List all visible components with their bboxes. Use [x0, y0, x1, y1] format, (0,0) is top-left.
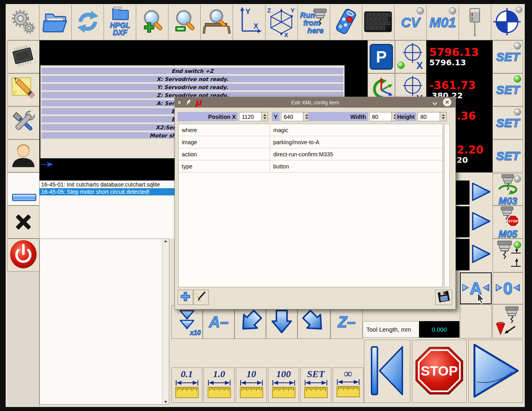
close-button[interactable]	[443, 98, 451, 106]
zoom-out-button[interactable]	[168, 5, 201, 40]
jog-z-minus-button[interactable]: Z–	[330, 305, 363, 339]
tool-length-measure-button[interactable]	[493, 239, 523, 272]
save-button[interactable]	[435, 290, 452, 305]
svg-text:STOP: STOP	[421, 363, 458, 378]
start-button[interactable]	[468, 340, 523, 403]
view-xy-button[interactable]: Y X	[233, 5, 265, 40]
sidebar-item-user[interactable]	[7, 139, 39, 172]
dxf-label: DXF	[113, 29, 127, 36]
zoom-out-icon	[171, 8, 198, 37]
table-row[interactable]: image parking/move-to-A	[179, 136, 443, 148]
position-x-input[interactable]	[239, 112, 262, 121]
cv-led	[417, 7, 424, 15]
position-y-label: Y	[272, 112, 280, 121]
axis-a-select-button[interactable]: A	[460, 272, 492, 304]
jog-a-minus-button[interactable]: A–	[203, 305, 235, 339]
play-icon	[471, 182, 492, 203]
sidebar-item-progress[interactable]	[7, 172, 39, 206]
property-key: image	[179, 136, 270, 148]
sidebar-item-hardware[interactable]	[7, 40, 39, 73]
jog-down-button[interactable]	[266, 305, 297, 339]
dro-a-machine: 2.20	[457, 143, 484, 156]
set-a-label: SET	[496, 149, 520, 163]
jog-down-left-button[interactable]	[235, 305, 266, 339]
scroll-up-arrow[interactable]	[164, 240, 167, 242]
open-folder-icon	[42, 9, 70, 36]
set-a-button[interactable]: SET	[493, 139, 523, 172]
sidebar-item-tools-settings[interactable]	[7, 106, 39, 139]
height-spinner[interactable]	[440, 112, 447, 121]
dialog-titlebar[interactable]: « μ Edit XML config item	[175, 97, 455, 108]
spindle-run-button-3[interactable]	[470, 239, 493, 270]
gcode-list-panel[interactable]	[39, 239, 169, 405]
parking-button[interactable]: P	[368, 40, 395, 73]
ruler-icon	[239, 379, 264, 401]
position-x-label: Position X	[177, 112, 238, 121]
table-row[interactable]: where magic	[179, 124, 443, 136]
jog-down-right-button[interactable]	[297, 305, 330, 339]
step-set-button[interactable]: SET	[300, 367, 331, 403]
run-from-here-button[interactable]: Run from here	[298, 5, 330, 40]
step-1.0-button[interactable]: 1.0	[204, 367, 235, 403]
tool-change-position-button[interactable]	[493, 304, 523, 338]
dro-a-program: 20	[457, 155, 468, 165]
m01-button[interactable]: M01	[427, 5, 459, 40]
probe-button[interactable]	[459, 5, 491, 40]
settings-button[interactable]	[7, 5, 39, 40]
scroll-down-arrow[interactable]	[164, 401, 167, 403]
keyboard-button[interactable]	[362, 5, 395, 40]
cv-mode-button[interactable]: CV	[395, 5, 427, 40]
sidebar-item-shutdown[interactable]	[7, 239, 39, 272]
sidebar-item-edit-notes[interactable]	[7, 73, 39, 106]
step-label: 0.1	[181, 369, 193, 379]
step-100-button[interactable]: 100	[268, 367, 299, 403]
wizard-button[interactable]	[193, 290, 209, 305]
zoom-in-icon	[139, 8, 166, 37]
sidebar-item-close[interactable]	[7, 206, 39, 239]
property-value: parking/move-to-A	[270, 136, 443, 148]
step-10-button[interactable]: 10	[236, 367, 267, 403]
axis-x-home-button[interactable]: X	[395, 40, 426, 73]
dialog-title: Edit XML config item	[175, 100, 455, 106]
add-property-button[interactable]	[178, 290, 193, 305]
m03-spindle-on-button[interactable]: M03	[493, 173, 523, 206]
property-value: button	[270, 160, 443, 172]
gcode-scrollbar[interactable]	[162, 239, 169, 404]
import-hpgl-dxf-button[interactable]: HPGL DXF	[104, 5, 136, 40]
folder-icon	[110, 6, 130, 22]
spindle-run-button-2[interactable]	[470, 206, 493, 237]
set-x-button[interactable]: SET	[493, 40, 523, 73]
axis-zero-button[interactable]: 0	[493, 272, 523, 304]
collapse-icon[interactable]	[432, 100, 438, 107]
step-infinite-button[interactable]: ∞	[332, 367, 364, 403]
datum-button[interactable]	[491, 5, 523, 40]
rewind-button[interactable]	[364, 340, 410, 403]
height-input[interactable]	[418, 112, 440, 121]
step-label: 100	[276, 369, 291, 379]
spindle-run-button-1[interactable]	[470, 181, 493, 205]
jog-x10-button[interactable]: x10	[171, 305, 203, 339]
set-z-button[interactable]: SET	[493, 106, 523, 139]
floppy-save-icon	[437, 291, 450, 304]
view-3d-button[interactable]: Z Y X	[266, 5, 298, 40]
pendant-button[interactable]	[330, 5, 362, 40]
step-0.1-button[interactable]: 0.1	[171, 367, 202, 403]
table-row[interactable]: action direct-run-confirm:M335	[179, 148, 443, 160]
m01-led	[449, 7, 456, 15]
width-input[interactable]	[369, 112, 392, 121]
position-x-spinner[interactable]	[262, 112, 268, 121]
zoom-in-button[interactable]	[136, 5, 168, 40]
zoom-fit-button[interactable]	[201, 5, 233, 40]
m05-spindle-stop-button[interactable]: STOP M05	[493, 206, 523, 239]
reload-button[interactable]	[72, 5, 104, 40]
xml-properties-table[interactable]: where magic image parking/move-to-A acti…	[178, 124, 443, 287]
table-scrollbar[interactable]	[444, 124, 450, 287]
stop-button[interactable]: STOP	[412, 340, 467, 403]
set-y-button[interactable]: SET	[493, 73, 523, 106]
table-row[interactable]: type button	[179, 160, 443, 172]
toolpath-marker-icon	[41, 161, 53, 168]
position-y-input[interactable]	[281, 112, 303, 121]
empty-cell	[460, 304, 492, 338]
m05-label: M05	[499, 230, 517, 239]
open-file-button[interactable]	[39, 5, 72, 40]
